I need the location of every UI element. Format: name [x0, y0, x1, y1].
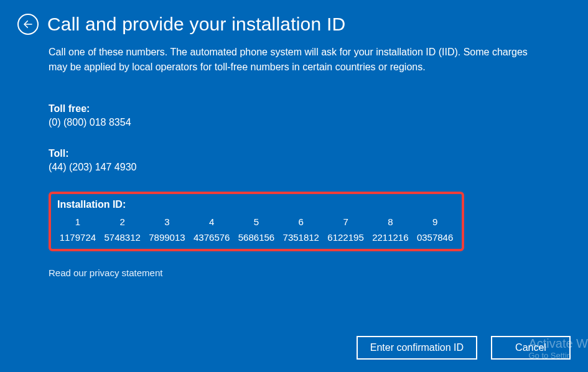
enter-confirmation-id-button[interactable]: Enter confirmation ID	[357, 336, 477, 360]
iid-value: 2211216	[370, 232, 411, 243]
installation-id-grid: 1 2 3 4 5 6 7 8 9 1179724 5748312 789901…	[57, 216, 455, 243]
iid-col-header: 6	[281, 216, 322, 227]
page-title: Call and provide your installation ID	[47, 14, 345, 35]
installation-id-highlight: Installation ID: 1 2 3 4 5 6 7 8 9 11797…	[49, 192, 464, 251]
iid-value: 4376576	[191, 232, 232, 243]
iid-col-header: 2	[102, 216, 143, 227]
tollfree-label: Toll free:	[49, 103, 539, 114]
tollfree-block: Toll free: (0) (800) 018 8354	[49, 103, 539, 128]
tollfree-number: (0) (800) 018 8354	[49, 117, 539, 128]
cancel-button[interactable]: Cancel	[491, 336, 571, 360]
iid-value: 5686156	[236, 232, 277, 243]
iid-value: 0357846	[414, 232, 455, 243]
intro-text: Call one of these numbers. The automated…	[49, 45, 539, 75]
iid-col-header: 3	[147, 216, 188, 227]
installation-id-label: Installation ID:	[57, 199, 455, 210]
iid-col-header: 9	[414, 216, 455, 227]
iid-col-header: 7	[325, 216, 366, 227]
iid-value: 1179724	[57, 232, 98, 243]
iid-col-header: 4	[191, 216, 232, 227]
iid-value: 6122195	[325, 232, 366, 243]
iid-value: 7899013	[147, 232, 188, 243]
toll-block: Toll: (44) (203) 147 4930	[49, 148, 539, 173]
iid-col-header: 1	[57, 216, 98, 227]
toll-label: Toll:	[49, 148, 539, 159]
iid-col-header: 5	[236, 216, 277, 227]
arrow-left-icon	[22, 19, 34, 30]
iid-value: 7351812	[281, 232, 322, 243]
iid-col-header: 8	[370, 216, 411, 227]
back-button[interactable]	[17, 14, 39, 35]
toll-number: (44) (203) 147 4930	[49, 162, 539, 173]
privacy-statement-link[interactable]: Read our privacy statement	[49, 267, 162, 278]
iid-value: 5748312	[102, 232, 143, 243]
